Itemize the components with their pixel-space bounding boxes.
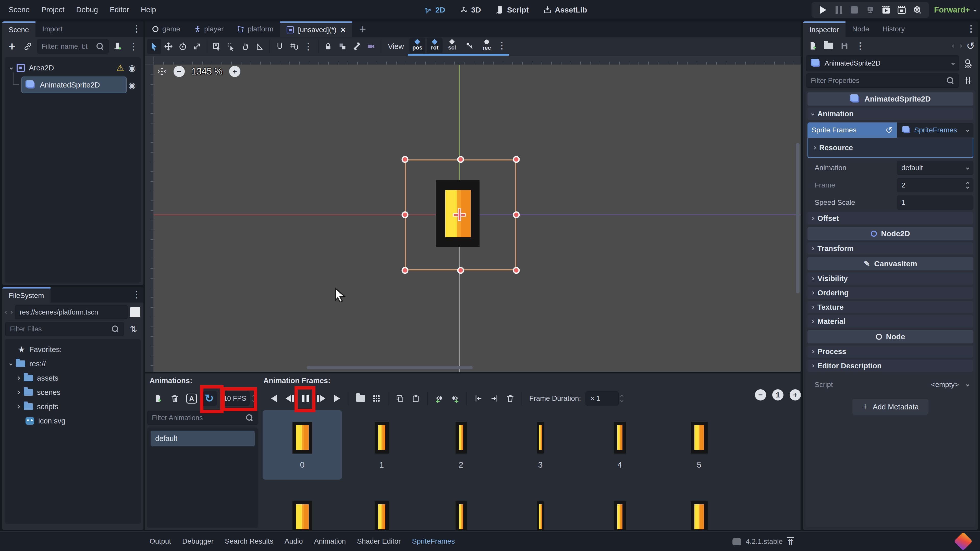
move-frame-left-button[interactable] (472, 391, 485, 406)
sprite-frames-value[interactable]: SpriteFrames (897, 123, 974, 137)
property-sprite-frames[interactable]: Sprite Frames ↺ (808, 122, 897, 138)
scene-tab-game[interactable]: game (145, 21, 187, 37)
frame-thumbnail[interactable] (342, 489, 422, 530)
new-animation-button[interactable] (151, 391, 165, 406)
bottom-tab-output[interactable]: Output (150, 537, 171, 545)
resize-handle[interactable] (402, 156, 409, 163)
key-position-toggle[interactable]: pos (409, 38, 425, 53)
resource-options-menu[interactable]: ⋮ (853, 39, 867, 53)
scale-tool-button[interactable] (190, 39, 204, 54)
mode-script-button[interactable]: Script (495, 6, 529, 14)
resize-handle[interactable] (457, 156, 464, 163)
insert-frame-after-button[interactable] (448, 391, 462, 406)
category-editor-description[interactable]: Editor Description (808, 360, 974, 372)
play-remote-button[interactable] (863, 3, 877, 17)
renderer-selector[interactable]: Forward+ (934, 0, 976, 20)
add-node-button[interactable]: + (5, 39, 19, 54)
scene-filter-input[interactable]: Filter: name, t:t (37, 39, 109, 54)
frame-thumbnail[interactable] (659, 489, 739, 530)
pixel-snap-button[interactable] (224, 39, 239, 54)
category-offset[interactable]: Offset (808, 212, 974, 224)
lock-selected-button[interactable] (321, 39, 335, 54)
category-transform[interactable]: Transform (808, 242, 974, 254)
center-view-icon[interactable] (157, 66, 167, 76)
node-selector[interactable]: AnimatedSprite2D (806, 55, 959, 71)
bottom-tab-audio[interactable]: Audio (285, 537, 303, 545)
frame-property-value[interactable]: 2 (897, 178, 974, 192)
load-frames-button[interactable] (354, 391, 368, 406)
tab-scene[interactable]: Scene (2, 21, 35, 37)
frame-duration-field[interactable]: × 1 (585, 391, 619, 406)
movie-maker-button[interactable] (911, 3, 924, 17)
key-rotation-toggle[interactable]: rot (427, 38, 442, 53)
frame-thumbnail[interactable]: 1 (342, 410, 422, 480)
tree-node-area2d[interactable]: Area2D ⚠ ◉ (6, 60, 139, 76)
res-root-item[interactable]: res:// (6, 357, 139, 371)
scene-dock-menu[interactable]: ⋮ (130, 21, 143, 36)
copy-frame-button[interactable] (393, 391, 407, 406)
category-texture[interactable]: Texture (808, 301, 974, 313)
revert-icon[interactable]: ↺ (886, 125, 893, 135)
new-resource-button[interactable] (806, 39, 820, 53)
expand-chevron-icon[interactable] (17, 391, 20, 394)
thumbnail-zoom-reset-button[interactable]: 1 (772, 389, 783, 400)
category-material[interactable]: Material (808, 315, 974, 327)
category-animation[interactable]: Animation (808, 108, 974, 120)
delete-animation-button[interactable] (168, 391, 182, 406)
expand-chevron-icon[interactable] (17, 405, 20, 408)
vertical-scrollbar[interactable] (796, 143, 800, 293)
tree-node-animatedsprite2d[interactable]: AnimatedSprite2D ◉ (6, 76, 139, 94)
menu-debug[interactable]: Debug (74, 6, 100, 14)
move-tool-button[interactable] (161, 39, 176, 54)
history-forward-icon[interactable] (959, 44, 963, 48)
tab-history[interactable]: History (876, 21, 912, 37)
frame-duration-spinner[interactable] (620, 395, 623, 402)
scene-tab-unsaved[interactable]: [unsaved](*) × (280, 21, 352, 37)
play-button[interactable] (816, 3, 830, 17)
tab-import[interactable]: Import (35, 21, 69, 37)
scene-tab-platform[interactable]: platform (230, 21, 280, 37)
attach-script-button[interactable] (111, 39, 124, 54)
camera-override-button[interactable] (364, 39, 378, 54)
file-icon-svg[interactable]: icon.svg (6, 414, 139, 428)
frame-thumbnail[interactable] (501, 489, 580, 530)
tab-node[interactable]: Node (845, 21, 876, 37)
property-tools-button[interactable] (961, 73, 975, 88)
ruler-tool-button[interactable] (253, 39, 267, 54)
frame-thumbnail[interactable]: 2 (422, 410, 501, 480)
frame-thumbnail[interactable]: 0 (262, 410, 342, 480)
animation-list-item-default[interactable]: default (151, 430, 255, 446)
filter-files-input[interactable]: Filter Files (5, 322, 124, 336)
class-header-animatedsprite2d[interactable]: AnimatedSprite2D (808, 92, 974, 106)
category-visibility[interactable]: Visibility (808, 272, 974, 285)
zoom-out-button[interactable]: − (173, 66, 185, 77)
animation-property-value[interactable]: default (897, 161, 974, 175)
delete-frame-button[interactable] (503, 391, 517, 406)
bottom-tab-spriteframes[interactable]: SpriteFrames (412, 537, 455, 545)
history-icon[interactable]: ↺ (966, 41, 975, 51)
menu-editor[interactable]: Editor (108, 6, 131, 14)
favorites-item[interactable]: ★ Favorites: (6, 342, 139, 357)
add-metadata-button[interactable]: + Add Metadata (853, 399, 928, 415)
smart-snap-button[interactable] (272, 39, 287, 54)
play-from-start-button[interactable] (314, 391, 328, 406)
speed-scale-property-value[interactable]: 1 (897, 195, 974, 210)
save-resource-button[interactable] (838, 39, 851, 53)
category-ordering[interactable]: Ordering (808, 287, 974, 299)
frame-thumbnail[interactable] (262, 489, 342, 530)
paste-frame-button[interactable] (409, 391, 423, 406)
rotate-tool-button[interactable] (176, 39, 190, 54)
load-resource-button[interactable] (822, 39, 835, 53)
view-menu[interactable]: View (384, 42, 408, 51)
select-tool-button[interactable] (147, 39, 161, 54)
collapse-chevron-icon[interactable] (10, 66, 13, 70)
nav-forward-icon[interactable] (10, 311, 13, 314)
frame-thumbnail[interactable] (422, 489, 501, 530)
warning-icon[interactable]: ⚠ (116, 63, 124, 73)
menu-scene[interactable]: Scene (6, 6, 32, 14)
path-field[interactable]: res://scenes/platform.tscn (15, 305, 127, 319)
tab-inspector[interactable]: Inspector (803, 21, 845, 37)
horizontal-scrollbar[interactable] (307, 366, 473, 369)
animation-key-menu[interactable]: ⋮ (496, 38, 508, 53)
script-property-value[interactable]: <empty> (897, 378, 974, 392)
